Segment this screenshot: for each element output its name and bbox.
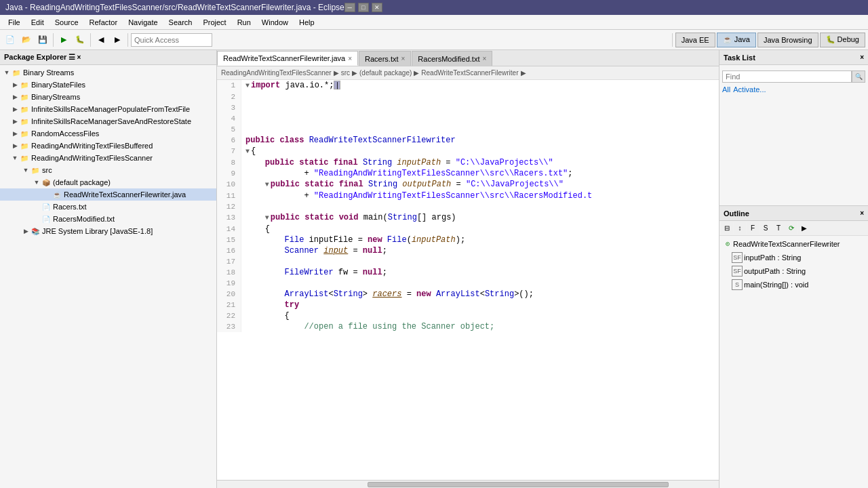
task-close-icon[interactable]: × xyxy=(860,54,864,61)
menu-file[interactable]: File xyxy=(3,17,26,28)
expand-src[interactable]: ▼ xyxy=(22,167,30,174)
outline-collapse-all[interactable]: ⊟ xyxy=(721,222,733,235)
menu-window[interactable]: Window xyxy=(256,17,294,28)
code-line-21: 21 try xyxy=(217,300,719,310)
save-button[interactable]: 💾 xyxy=(35,33,50,47)
code-content[interactable]: 1 ▼import java.io.*;| 2 3 4 5 xyxy=(217,80,719,480)
outline-sort[interactable]: ↕ xyxy=(734,222,746,235)
maximize-button[interactable]: □ xyxy=(358,3,369,12)
run-button[interactable]: ▶ xyxy=(56,33,71,47)
menu-edit[interactable]: Edit xyxy=(26,17,50,28)
right-panel: Task List × 🔍 All Activate... Outline × xyxy=(719,50,868,488)
code-line-15: 15 File inputFile = new File(inputPath); xyxy=(217,235,719,245)
library-icon: 📚 xyxy=(30,226,41,237)
minimize-button[interactable]: ─ xyxy=(344,3,355,12)
forward-button[interactable]: ▶ xyxy=(110,33,125,47)
code-line-1: 1 ▼import java.io.*;| xyxy=(217,80,719,92)
outline-show-types[interactable]: T xyxy=(772,222,785,235)
expand-binary-streams-pkg[interactable]: ▶ xyxy=(11,94,19,100)
open-button[interactable]: 📂 xyxy=(19,33,34,47)
bc-scanner[interactable]: ReadingAndWritingTextFilesScanner xyxy=(221,69,332,77)
outline-expand[interactable]: ▶ xyxy=(798,222,810,235)
menu-refactor[interactable]: Refactor xyxy=(84,17,123,28)
new-button[interactable]: 📄 xyxy=(3,33,18,47)
tab-racers-modified[interactable]: RacersModified.txt × xyxy=(412,51,492,66)
outline-main-item[interactable]: S main(String[]) : void xyxy=(721,278,867,291)
tree-label-rw-buffered: ReadingAndWritingTextFilesBuffered xyxy=(31,142,153,150)
tree-item-rwtsf-java[interactable]: ☕ ReadWriteTextScannerFilewriter.java xyxy=(0,188,216,201)
all-label[interactable]: All xyxy=(722,85,730,94)
expand-rw-buffered[interactable]: ▶ xyxy=(11,142,19,149)
bc-class[interactable]: ReadWriteTextScannerFilewriter xyxy=(421,69,518,77)
outline-field-icon-1: SF xyxy=(732,252,743,263)
tree-label-rw-scanner: ReadingAndWritingTextFilesScanner xyxy=(31,154,153,162)
back-button[interactable]: ◀ xyxy=(94,33,108,47)
java-perspective[interactable]: ☕ Java xyxy=(717,33,756,47)
expand-default-pkg[interactable]: ▼ xyxy=(33,179,41,186)
menu-run[interactable]: Run xyxy=(232,17,256,28)
outline-hide-fields[interactable]: F xyxy=(747,222,759,235)
java-browsing-perspective[interactable]: Java Browsing xyxy=(757,33,818,47)
tree-item-binary-streams-pkg[interactable]: ▶ 📁 BinaryStreams xyxy=(0,91,216,103)
menu-search[interactable]: Search xyxy=(163,17,198,28)
outline-synced[interactable]: ⟳ xyxy=(785,222,797,235)
menu-navigate[interactable]: Navigate xyxy=(123,17,163,28)
outline-close-icon[interactable]: × xyxy=(860,209,864,217)
quick-access-input[interactable] xyxy=(131,33,212,47)
find-input[interactable] xyxy=(722,70,852,83)
bc-src[interactable]: src xyxy=(341,69,350,77)
bc-default-pkg[interactable]: (default package) xyxy=(359,69,412,77)
tree-item-default-package[interactable]: ▼ 📦 (default package) xyxy=(0,176,216,188)
tree-label-src: src xyxy=(42,166,52,174)
scrollbar-thumb[interactable] xyxy=(368,482,669,487)
debug-perspective[interactable]: 🐛 Debug xyxy=(820,33,865,47)
tree-item-jre-library[interactable]: ▶ 📚 JRE System Library [JavaSE-1.8] xyxy=(0,225,216,237)
outline-outputpath-item[interactable]: SF outputPath : String xyxy=(721,264,867,278)
tree-label-random-access: RandomAccessFiles xyxy=(31,129,99,138)
tree-item-infinite-save[interactable]: ▶ 📁 InfiniteSkillsRaceManagerSaveAndRest… xyxy=(0,115,216,127)
find-search-button[interactable]: 🔍 xyxy=(852,70,865,83)
tree-item-racers-txt[interactable]: 📄 Racers.txt xyxy=(0,201,216,213)
menu-source[interactable]: Source xyxy=(50,17,84,28)
java-ee-perspective[interactable]: Java EE xyxy=(675,33,715,47)
tab-close-racers[interactable]: × xyxy=(401,55,406,62)
tab-close-racers-mod[interactable]: × xyxy=(482,55,486,62)
expand-random-access[interactable]: ▶ xyxy=(11,130,19,137)
expand-infinite-pop[interactable]: ▶ xyxy=(11,106,19,113)
tab-close-rwtsf[interactable]: × xyxy=(348,55,352,62)
code-line-8: 8 public static final String inputPath =… xyxy=(217,157,719,168)
outline-hide-static[interactable]: S xyxy=(760,222,772,235)
expand-jre[interactable]: ▶ xyxy=(22,228,30,235)
expand-infinite-save[interactable]: ▶ xyxy=(11,118,19,125)
tab-rwtsf-java[interactable]: ReadWriteTextScannerFilewriter.java × xyxy=(217,51,358,66)
tree-item-binary-streams[interactable]: ▼ 📁 Binary Streams xyxy=(0,66,216,79)
expand-binary-state[interactable]: ▶ xyxy=(11,81,19,88)
debug-button[interactable]: 🐛 xyxy=(73,33,87,47)
tree-item-racers-modified[interactable]: 📄 RacersModified.txt xyxy=(0,213,216,225)
expand-rw-scanner[interactable]: ▼ xyxy=(11,155,19,161)
tree-item-binary-state-files[interactable]: ▶ 📁 BinaryStateFiles xyxy=(0,79,216,91)
tree-item-rw-scanner[interactable]: ▼ 📁 ReadingAndWritingTextFilesScanner xyxy=(0,152,216,164)
menu-help[interactable]: Help xyxy=(294,17,320,28)
outline-class-item[interactable]: ⊙ ReadWriteTextScannerFilewriter xyxy=(721,237,867,251)
expand-binary-streams[interactable]: ▼ xyxy=(3,69,11,76)
tab-racers-txt[interactable]: Racers.txt × xyxy=(359,51,411,66)
tree-item-rw-buffered[interactable]: ▶ 📁 ReadingAndWritingTextFilesBuffered xyxy=(0,140,216,152)
package-explorer-title: Package Explorer ☰ xyxy=(4,53,75,62)
outline-panel: Outline × ⊟ ↕ F S T ⟳ ▶ ⊙ ReadWriteTextS… xyxy=(719,206,868,488)
code-line-17: 17 xyxy=(217,256,719,267)
bc-sep-4: ▶ xyxy=(521,69,526,77)
toolbar-right: Java EE ☕ Java Java Browsing 🐛 Debug xyxy=(671,33,865,47)
tree-item-src[interactable]: ▼ 📁 src xyxy=(0,164,216,176)
outline-inputpath-item[interactable]: SF inputPath : String xyxy=(721,251,867,264)
horizontal-scrollbar[interactable] xyxy=(217,480,719,488)
activate-label[interactable]: Activate... xyxy=(733,85,766,94)
code-line-2: 2 xyxy=(217,92,719,102)
tree-item-random-access[interactable]: ▶ 📁 RandomAccessFiles xyxy=(0,127,216,140)
outline-main-label: main(String[]) : void xyxy=(744,281,808,289)
editor-area[interactable]: 1 ▼import java.io.*;| 2 3 4 5 xyxy=(217,80,719,480)
package-explorer-close[interactable]: × xyxy=(75,54,82,61)
close-button[interactable]: ✕ xyxy=(372,3,382,12)
menu-project[interactable]: Project xyxy=(197,17,231,28)
tree-item-infinite-populate[interactable]: ▶ 📁 InfiniteSkillsRaceManagerPopulateFro… xyxy=(0,103,216,115)
